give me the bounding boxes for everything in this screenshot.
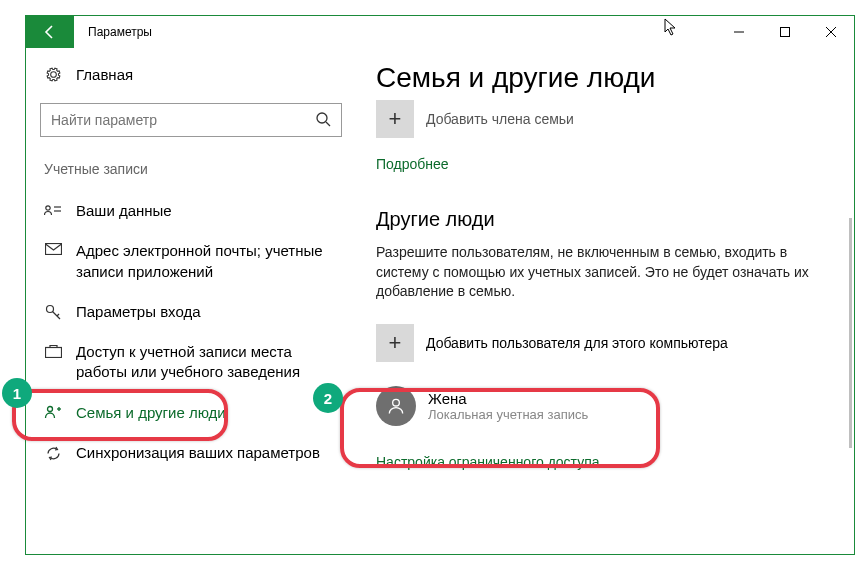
nav-label: Адрес электронной почты; учетные записи … [76, 241, 338, 282]
user-account-row[interactable]: Жена Локальная учетная запись [376, 380, 834, 432]
sidebar: Главная Учетные записи Ваши данные Адрес… [26, 48, 356, 554]
minimize-button[interactable] [716, 16, 762, 48]
close-icon [826, 27, 836, 37]
briefcase-icon [44, 342, 62, 358]
restricted-access-link[interactable]: Настройка ограниченного доступа [376, 454, 834, 470]
add-family-row[interactable]: + Добавить члена семьи [376, 100, 834, 138]
scrollbar[interactable] [849, 218, 852, 448]
search-box[interactable] [40, 103, 342, 137]
other-people-description: Разрешите пользователям, не включенным в… [376, 243, 834, 302]
window-controls [716, 16, 854, 48]
person-icon [386, 396, 406, 416]
user-info: Жена Локальная учетная запись [428, 390, 588, 422]
svg-point-14 [48, 406, 53, 411]
nav-item-your-info[interactable]: Ваши данные [40, 191, 342, 231]
avatar [376, 386, 416, 426]
svg-line-12 [57, 314, 59, 316]
svg-rect-13 [45, 348, 61, 358]
svg-point-17 [393, 399, 400, 406]
nav-item-work[interactable]: Доступ к учетной записи места работы или… [40, 332, 342, 393]
mail-icon [44, 241, 62, 255]
other-people-heading: Другие люди [376, 208, 834, 231]
close-button[interactable] [808, 16, 854, 48]
svg-line-5 [326, 122, 330, 126]
add-other-label: Добавить пользователя для этого компьюте… [426, 335, 728, 351]
home-button[interactable]: Главная [40, 60, 342, 89]
minimize-icon [734, 27, 744, 37]
home-label: Главная [76, 66, 133, 83]
plus-icon: + [376, 324, 414, 362]
back-button[interactable] [26, 16, 74, 48]
page-heading: Семья и другие люди [376, 62, 834, 94]
nav-item-family[interactable]: Семья и другие люди [40, 393, 342, 433]
content-area: Главная Учетные записи Ваши данные Адрес… [26, 48, 854, 554]
svg-point-6 [46, 206, 50, 210]
svg-point-10 [46, 305, 53, 312]
gear-icon [44, 66, 62, 83]
main-panel: Семья и другие люди + Добавить члена сем… [356, 48, 854, 554]
settings-window: Параметры Главная Учетные записи [25, 15, 855, 555]
nav-label: Ваши данные [76, 201, 338, 221]
add-other-row[interactable]: + Добавить пользователя для этого компью… [376, 324, 834, 362]
svg-line-11 [52, 311, 60, 319]
maximize-button[interactable] [762, 16, 808, 48]
user-name: Жена [428, 390, 588, 407]
person-card-icon [44, 201, 62, 217]
maximize-icon [780, 27, 790, 37]
window-title: Параметры [74, 16, 716, 48]
svg-rect-1 [781, 28, 790, 37]
add-family-label: Добавить члена семьи [426, 111, 574, 127]
nav-label: Синхронизация ваших параметров [76, 443, 338, 463]
nav-item-email[interactable]: Адрес электронной почты; учетные записи … [40, 231, 342, 292]
search-icon [315, 111, 331, 130]
search-input[interactable] [51, 112, 315, 128]
section-label: Учетные записи [40, 161, 342, 177]
nav-label: Доступ к учетной записи места работы или… [76, 342, 338, 383]
arrow-left-icon [42, 24, 58, 40]
key-icon [44, 302, 62, 321]
plus-icon: + [376, 100, 414, 138]
people-icon [44, 403, 62, 419]
titlebar: Параметры [26, 16, 854, 48]
sync-icon [44, 443, 62, 462]
svg-point-4 [317, 113, 327, 123]
nav-label: Семья и другие люди [76, 403, 338, 423]
user-type: Локальная учетная запись [428, 407, 588, 422]
nav-label: Параметры входа [76, 302, 338, 322]
more-link[interactable]: Подробнее [376, 156, 834, 172]
nav-item-signin[interactable]: Параметры входа [40, 292, 342, 332]
nav-item-sync[interactable]: Синхронизация ваших параметров [40, 433, 342, 473]
